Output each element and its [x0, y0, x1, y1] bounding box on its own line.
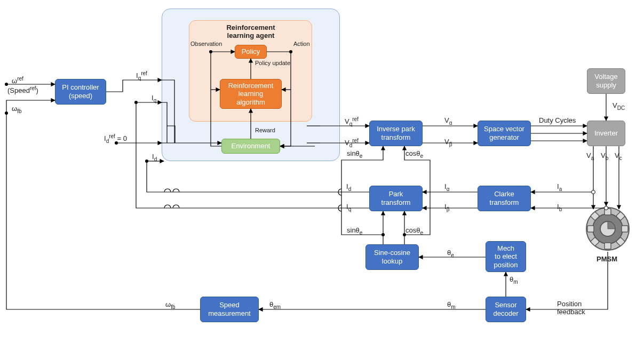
id2-label: Id	[346, 182, 351, 192]
diagram-canvas: Reinforcementlearning agent PI controlle…	[0, 0, 644, 351]
vb-label: Vb	[601, 151, 608, 161]
clarke-transform-block: Clarketransform	[478, 186, 531, 211]
inverse-park-block: Inverse parktransform	[369, 121, 423, 146]
inverter-block: Inverter	[587, 121, 625, 146]
iq-ref-label: Iqref	[136, 70, 147, 81]
svg-point-17	[592, 190, 595, 194]
pmsm-motor-icon	[585, 206, 631, 253]
theta-m-label: θm	[510, 275, 518, 285]
cos-theta-ipark-label: cosθe	[406, 149, 423, 159]
policy-block: Policy	[235, 45, 267, 59]
svg-rect-5	[587, 226, 594, 232]
space-vector-block: Space vectorgenerator	[478, 121, 531, 146]
omega-fb2-label: ωfb	[165, 300, 176, 310]
speed-measurement-block: Speedmeasurement	[200, 297, 259, 322]
cos-theta-park-label: cosθe	[406, 226, 423, 236]
park-transform-block: Parktransform	[369, 186, 423, 211]
ibeta-label: Iβ	[444, 203, 449, 212]
svg-point-14	[145, 159, 148, 163]
svg-point-21	[5, 111, 8, 115]
vd-ref-label: Vdref	[345, 138, 359, 148]
rl-agent-title: Reinforcementlearning agent	[216, 23, 286, 39]
ib-label: Ib	[557, 203, 562, 212]
reward-label: Reward	[255, 127, 275, 133]
policy-update-label: Policy update	[255, 60, 290, 66]
svg-point-12	[134, 101, 138, 104]
ialpha-label: Iα	[444, 182, 449, 192]
sin-theta-ipark-label: sinθe	[347, 149, 362, 159]
voltage-supply-block: Voltagesupply	[587, 68, 625, 94]
iq-label: Iq	[152, 94, 156, 103]
pi-controller-block: PI controller(speed)	[55, 79, 106, 105]
pmsm-label: PMSM	[597, 255, 617, 263]
theta-em-label: θem	[269, 300, 281, 310]
svg-rect-3	[605, 209, 611, 215]
theta-m2-label: θm	[447, 300, 456, 310]
mech-to-elect-block: Mechto electposition	[486, 241, 526, 272]
svg-rect-4	[605, 243, 611, 249]
position-feedback-label: Positionfeedback	[557, 300, 585, 316]
ia-label: Ia	[557, 182, 562, 192]
valpha-label: Vα	[444, 116, 452, 126]
va-label: Va	[586, 151, 594, 161]
svg-rect-6	[622, 226, 628, 232]
id-label: Id	[152, 153, 157, 162]
svg-point-19	[381, 233, 385, 236]
vc-label: Vc	[615, 151, 622, 161]
vdc-label: VDC	[613, 101, 625, 111]
iq2-label: Iq	[346, 203, 351, 212]
vq-ref-label: Vqref	[345, 116, 359, 127]
duty-cycles-label: Duty Cycles	[539, 116, 576, 124]
vbeta-label: Vβ	[444, 138, 452, 147]
sin-theta-park-label: sinθe	[347, 226, 362, 236]
id-ref-0-label: Idref = 0	[104, 133, 127, 144]
sensor-decoder-block: Sensordecoder	[486, 297, 526, 322]
action-label: Action	[293, 41, 310, 47]
environment-block: Environment	[221, 139, 280, 154]
sine-cosine-block: Sine-cosinelookup	[365, 244, 419, 270]
omega-ref-label: ωref	[12, 76, 23, 85]
observation-label: Observation	[190, 41, 222, 47]
theta-e-label: θe	[447, 249, 454, 258]
rl-algorithm-block: Reinforcementlearningalgorithm	[220, 79, 282, 109]
speed-ref-label: (Speedref)	[7, 85, 38, 94]
omega-fb-left-label: ωfb	[12, 105, 22, 114]
